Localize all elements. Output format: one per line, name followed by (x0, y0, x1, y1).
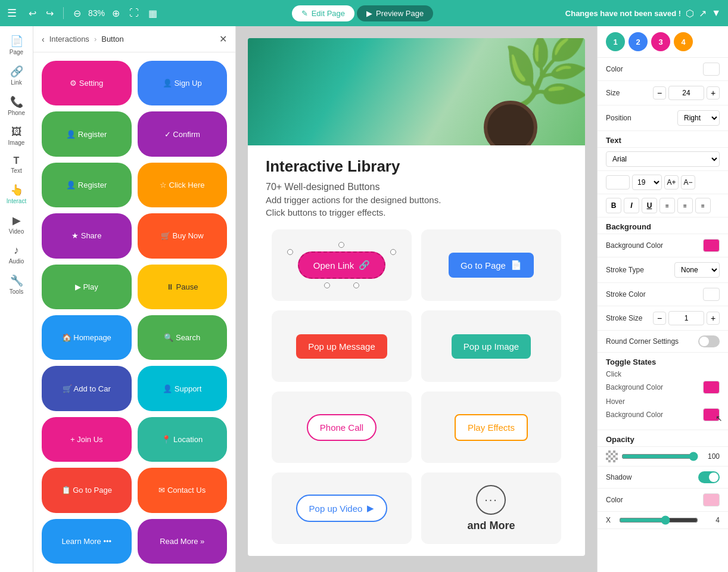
stroke-size-input[interactable] (668, 311, 704, 325)
sidebar-item-page[interactable]: 📄 Page (2, 31, 31, 59)
text-section-header: Text (598, 131, 728, 148)
sidebar-item-text[interactable]: T Text (2, 152, 31, 178)
open-link-button[interactable]: Open Link 🔗 (298, 251, 385, 279)
location-button[interactable]: 📍 Location (138, 417, 228, 462)
contact-us-button[interactable]: ✉ Contact Us (138, 468, 228, 512)
sidebar-item-tools[interactable]: 🔧 Tools (2, 271, 31, 299)
share-icon[interactable]: ↗ (699, 8, 707, 19)
join-us-button[interactable]: + Join Us (42, 417, 132, 462)
icon-sidebar: 📄 Page 🔗 Link 📞 Phone 🖼 Image T Text 👆 I… (0, 26, 33, 572)
close-icon[interactable]: ✕ (219, 33, 227, 45)
background-color-picker[interactable] (703, 239, 720, 252)
sidebar-item-audio[interactable]: ♪ Audio (2, 241, 31, 268)
undo-icon[interactable]: ↩ (26, 7, 39, 20)
canvas-popup-image-button[interactable]: Pop up Image (452, 334, 531, 359)
avatar-3[interactable]: 3 (651, 32, 670, 51)
popup-message-label: Pop up Message (308, 341, 375, 352)
export-icon[interactable]: ⬡ (686, 8, 694, 19)
font-family-select[interactable]: Arial Helvetica (606, 151, 720, 167)
shadow-color-picker[interactable] (703, 493, 720, 506)
canvas-popup-message-button[interactable]: Pop up Message (296, 334, 387, 359)
setting-button[interactable]: ⚙ Setting (42, 61, 132, 105)
align-center-button[interactable]: ≡ (677, 198, 693, 213)
avatar-1[interactable]: 1 (606, 32, 625, 51)
interact-label: Interact (7, 198, 26, 204)
canvas-subtitle2: Add trigger actions for the designed but… (266, 195, 567, 205)
font-color-input[interactable] (606, 175, 630, 189)
preview-page-button[interactable]: ▶ Preview Page (357, 5, 433, 21)
italic-button[interactable]: I (624, 198, 639, 213)
sidebar-item-image[interactable]: 🖼 Image (2, 122, 31, 150)
bold-button[interactable]: B (606, 198, 621, 213)
popup-image-label: Pop up Image (463, 341, 519, 352)
zoom-out-icon[interactable]: ⊖ (71, 7, 83, 20)
stroke-color-picker[interactable] (703, 288, 720, 301)
play-button[interactable]: ▶ Play (42, 265, 132, 309)
search-button[interactable]: 🔍 Search (138, 315, 228, 360)
redo-icon[interactable]: ↪ (43, 7, 56, 20)
breadcrumb-interactions[interactable]: Interactions (49, 35, 89, 43)
register-button-2[interactable]: 👤 Register (42, 163, 132, 207)
shadow-x-slider[interactable] (619, 515, 698, 525)
play-effects-label: Play Effects (468, 422, 515, 433)
shadow-toggle[interactable] (698, 471, 720, 483)
sidebar-item-phone[interactable]: 📞 Phone (2, 92, 31, 120)
opacity-slider[interactable] (621, 452, 698, 461)
font-increase-button[interactable]: A+ (664, 175, 679, 189)
read-more-button[interactable]: Read More » (138, 519, 228, 564)
sidebar-item-link[interactable]: 🔗 Link (2, 61, 31, 89)
menu-icon[interactable]: ☰ (7, 7, 17, 20)
stroke-decrease-button[interactable]: − (653, 312, 666, 325)
dropdown-icon[interactable]: ▼ (711, 8, 721, 18)
share-button[interactable]: ★ Share (42, 213, 132, 258)
sidebar-item-interact[interactable]: 👆 Interact (2, 180, 31, 208)
canvas-goto-page-button[interactable]: Go to Page 📄 (449, 253, 534, 278)
size-increase-button[interactable]: + (707, 86, 720, 100)
image-icon: 🖼 (11, 126, 22, 138)
size-decrease-button[interactable]: − (653, 86, 666, 100)
sidebar-item-video[interactable]: ▶ Video (2, 210, 31, 238)
canvas-phone-call-button[interactable]: Phone Call (307, 414, 377, 441)
buy-now-button[interactable]: 🛒 Buy Now (138, 213, 228, 258)
font-size-select[interactable]: 19 18 20 (632, 175, 662, 190)
add-to-cart-button[interactable]: 🛒 Add to Car (42, 366, 132, 411)
canvas-play-effects-button[interactable]: Play Effects (455, 414, 528, 441)
image-label: Image (8, 139, 25, 146)
support-button[interactable]: 👤 Support (138, 366, 228, 411)
preview-page-label: Preview Page (376, 9, 424, 18)
align-left-button[interactable]: ≡ (659, 198, 675, 213)
avatar-2[interactable]: 2 (629, 32, 648, 51)
canvas-area: 🌿 Interactive Library 70+ Well-designed … (236, 26, 597, 572)
learn-more-button[interactable]: Learn More ••• (42, 519, 132, 564)
align-right-button[interactable]: ≡ (695, 198, 711, 213)
position-select[interactable]: Right Left Center (677, 110, 720, 126)
edit-page-button[interactable]: ✎ Edit Page (292, 5, 354, 21)
back-arrow-icon[interactable]: ‹ (42, 35, 45, 44)
size-input[interactable] (668, 86, 704, 100)
stroke-increase-button[interactable]: + (707, 312, 720, 325)
confirm-button[interactable]: ✓ Confirm (138, 111, 228, 156)
canvas-popup-video-button[interactable]: Pop up Video ▶ (296, 495, 388, 522)
page-label: Page (10, 49, 23, 55)
stroke-type-select[interactable]: None Solid Dashed (674, 262, 720, 278)
underline-button[interactable]: U (642, 198, 657, 213)
link-chain-icon: 🔗 (359, 260, 370, 271)
click-bg-color-picker[interactable] (703, 381, 720, 394)
phone-call-label: Phone Call (320, 422, 363, 433)
layout-icon[interactable]: ▦ (146, 7, 160, 20)
avatar-4[interactable]: 4 (674, 32, 693, 51)
fullscreen-icon[interactable]: ⛶ (127, 7, 141, 20)
color-picker[interactable] (703, 63, 720, 76)
homepage-button[interactable]: 🏠 Homepage (42, 315, 132, 360)
signup-button[interactable]: 👤 Sign Up (138, 61, 228, 105)
phone-icon: 📞 (10, 95, 23, 108)
round-corner-toggle[interactable] (698, 335, 720, 347)
hover-bg-color-picker[interactable]: ↖ (703, 408, 720, 421)
register-button-1[interactable]: 👤 Register (42, 111, 132, 156)
pause-button[interactable]: ⏸ Pause (138, 265, 228, 309)
goto-page-button[interactable]: 📋 Go to Page (42, 468, 132, 512)
zoom-in-icon[interactable]: ⊕ (110, 7, 122, 20)
click-here-button[interactable]: ☆ Click Here (138, 163, 228, 207)
shadow-x-value: 4 (702, 516, 720, 524)
font-decrease-button[interactable]: A− (681, 175, 695, 189)
